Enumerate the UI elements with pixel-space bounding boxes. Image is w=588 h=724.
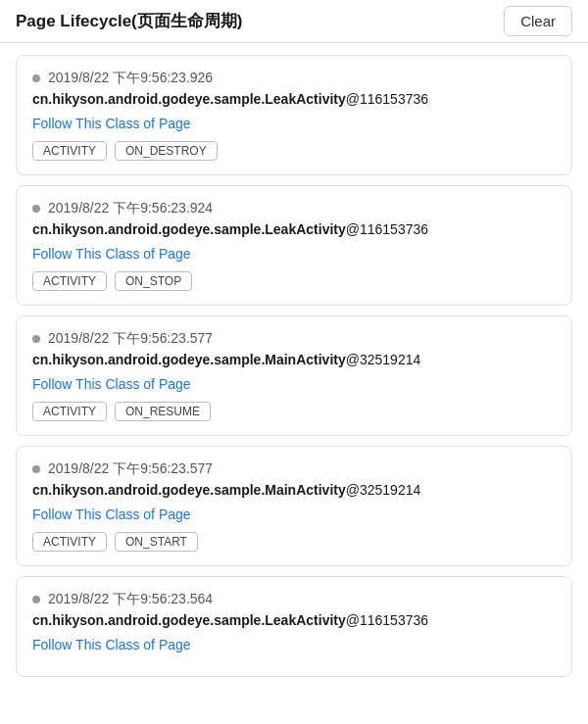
card-class-name: cn.hikyson.android.godeye.sample.LeakAct… <box>32 221 556 237</box>
card-timestamp: 2019/8/22 下午9:56:23.924 <box>48 200 213 217</box>
bullet-icon <box>32 596 40 603</box>
page-header: Page Lifecycle(页面生命周期) Clear <box>0 0 588 43</box>
card-timestamp-row: 2019/8/22 下午9:56:23.926 <box>32 70 556 87</box>
tag-badge: ON_STOP <box>115 271 192 291</box>
list-item: 2019/8/22 下午9:56:23.577cn.hikyson.androi… <box>16 446 572 566</box>
follow-class-link[interactable]: Follow This Class of Page <box>32 116 191 131</box>
tag-badge: ACTIVITY <box>32 271 107 291</box>
page-title: Page Lifecycle(页面生命周期) <box>16 10 242 32</box>
list-item: 2019/8/22 下午9:56:23.924cn.hikyson.androi… <box>16 185 572 306</box>
tag-badge: ON_DESTROY <box>115 141 218 161</box>
card-class-name: cn.hikyson.android.godeye.sample.MainAct… <box>32 352 556 367</box>
tag-badge: ON_RESUME <box>115 402 211 421</box>
tag-badge: ACTIVITY <box>32 402 107 421</box>
list-item: 2019/8/22 下午9:56:23.577cn.hikyson.androi… <box>16 315 572 436</box>
card-timestamp-row: 2019/8/22 下午9:56:23.924 <box>32 200 556 217</box>
card-tags: ACTIVITYON_RESUME <box>32 402 556 421</box>
card-timestamp: 2019/8/22 下午9:56:23.577 <box>48 460 213 478</box>
card-class-name: cn.hikyson.android.godeye.sample.LeakAct… <box>32 91 556 107</box>
bullet-icon <box>32 74 40 82</box>
bullet-icon <box>32 205 40 213</box>
tag-badge: ACTIVITY <box>32 141 107 161</box>
card-tags: ACTIVITYON_STOP <box>32 271 556 291</box>
bullet-icon <box>32 335 40 343</box>
card-timestamp: 2019/8/22 下午9:56:23.926 <box>48 70 213 87</box>
list-item: 2019/8/22 下午9:56:23.926cn.hikyson.androi… <box>16 55 572 175</box>
card-tags: ACTIVITYON_START <box>32 532 556 552</box>
card-timestamp-row: 2019/8/22 下午9:56:23.577 <box>32 330 556 348</box>
card-class-name: cn.hikyson.android.godeye.sample.MainAct… <box>32 482 556 498</box>
card-timestamp: 2019/8/22 下午9:56:23.564 <box>48 591 213 608</box>
follow-class-link[interactable]: Follow This Class of Page <box>32 637 191 652</box>
tag-badge: ACTIVITY <box>32 532 107 552</box>
follow-class-link[interactable]: Follow This Class of Page <box>32 507 191 522</box>
bullet-icon <box>32 465 40 473</box>
clear-button[interactable]: Clear <box>504 6 572 36</box>
card-timestamp: 2019/8/22 下午9:56:23.577 <box>48 330 213 348</box>
card-timestamp-row: 2019/8/22 下午9:56:23.577 <box>32 460 556 478</box>
card-timestamp-row: 2019/8/22 下午9:56:23.564 <box>32 591 556 608</box>
card-list: 2019/8/22 下午9:56:23.926cn.hikyson.androi… <box>0 43 588 689</box>
card-tags: ACTIVITYON_DESTROY <box>32 141 556 161</box>
card-class-name: cn.hikyson.android.godeye.sample.LeakAct… <box>32 612 556 628</box>
tag-badge: ON_START <box>115 532 198 552</box>
follow-class-link[interactable]: Follow This Class of Page <box>32 246 191 262</box>
list-item: 2019/8/22 下午9:56:23.564cn.hikyson.androi… <box>16 576 572 677</box>
follow-class-link[interactable]: Follow This Class of Page <box>32 376 191 392</box>
